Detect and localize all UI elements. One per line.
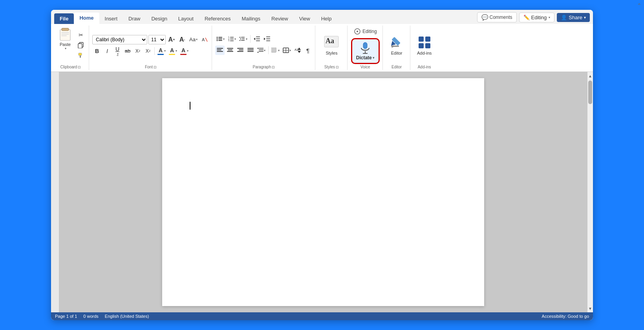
align-right-button[interactable] <box>236 46 245 55</box>
content-area: ▲ ▼ <box>51 72 593 312</box>
tab-file[interactable]: File <box>54 13 74 24</box>
numbering-button[interactable]: 1. 2. 3. ▾ <box>227 34 237 44</box>
paragraph-expand-icon[interactable]: ⊡ <box>272 65 275 69</box>
tab-view[interactable]: View <box>294 13 316 24</box>
svg-rect-43 <box>227 51 233 52</box>
tab-design[interactable]: Design <box>146 13 172 24</box>
addins-group: Add-ins Add-ins <box>411 26 438 70</box>
svg-marker-54 <box>257 52 259 53</box>
svg-rect-44 <box>237 48 243 49</box>
paste-dropdown-icon: ▾ <box>65 47 66 50</box>
tab-layout[interactable]: Layout <box>173 13 199 24</box>
svg-text:A: A <box>202 37 205 42</box>
justify-button[interactable] <box>246 46 255 55</box>
tab-review[interactable]: Review <box>266 13 294 24</box>
svg-rect-75 <box>419 43 424 48</box>
sort-button[interactable]: AZ <box>293 46 302 55</box>
styles-expand-icon[interactable]: ⊡ <box>336 65 339 69</box>
format-painter-button[interactable] <box>76 51 86 60</box>
decrease-indent-button[interactable] <box>252 34 262 44</box>
highlight-color-button[interactable]: A ▾ <box>168 46 178 56</box>
svg-rect-45 <box>239 50 243 50</box>
clipboard-expand-icon[interactable]: ⊡ <box>78 65 81 69</box>
editor-group-label: Editor <box>386 65 408 69</box>
addins-button[interactable]: Add-ins <box>414 31 435 59</box>
svg-rect-74 <box>425 37 430 42</box>
tab-mailings[interactable]: Mailings <box>236 13 266 24</box>
increase-font-button[interactable]: A+ <box>167 35 176 44</box>
comments-button[interactable]: 💬 Comments <box>477 12 517 22</box>
svg-point-24 <box>240 37 240 38</box>
font-name-select[interactable]: Calibri (Body) <box>92 35 147 44</box>
share-label: Share <box>569 15 582 20</box>
clipboard-sub-buttons: ✂ <box>76 26 86 64</box>
superscript-button[interactable]: X2 <box>143 46 153 56</box>
svg-rect-19 <box>230 37 234 38</box>
multilevel-list-button[interactable]: ▾ <box>238 34 249 44</box>
svg-rect-34 <box>266 37 270 37</box>
scroll-down-button[interactable]: ▼ <box>588 305 592 312</box>
ribbon-right: 💬 Comments ✏️ Editing ▾ 👤 Share ▾ <box>477 12 590 24</box>
paragraph-label: Paragraph ⊡ <box>215 65 313 69</box>
scrollbar-thumb[interactable] <box>588 81 592 104</box>
font-color-button[interactable]: A ▾ <box>156 46 167 56</box>
change-case-button[interactable]: Aa▾ <box>188 35 199 44</box>
document-page[interactable] <box>162 78 484 306</box>
svg-rect-36 <box>266 40 270 41</box>
paste-button[interactable]: Paste ▾ <box>56 26 75 64</box>
align-center-button[interactable] <box>225 46 235 55</box>
svg-rect-15 <box>218 38 222 39</box>
font-expand-icon[interactable]: ⊡ <box>154 65 157 69</box>
clipboard-label: Clipboard ⊡ <box>56 65 86 69</box>
svg-marker-62 <box>298 51 301 53</box>
svg-rect-29 <box>241 40 245 41</box>
svg-point-28 <box>240 40 240 41</box>
tab-help[interactable]: Help <box>316 13 337 24</box>
underline-button[interactable]: U ▾ <box>113 46 122 56</box>
svg-rect-7 <box>78 44 82 48</box>
paste-icon <box>58 28 72 42</box>
tab-insert[interactable]: Insert <box>99 13 123 24</box>
line-spacing-button[interactable]: ▾ <box>256 46 267 55</box>
document-scroll[interactable] <box>59 72 587 312</box>
svg-rect-4 <box>61 34 69 35</box>
borders-button[interactable]: ▾ <box>282 46 292 55</box>
subscript-button[interactable]: X2 <box>133 46 143 56</box>
svg-rect-27 <box>242 38 245 39</box>
shading-button[interactable]: ▾ <box>270 46 281 55</box>
svg-point-14 <box>216 38 218 40</box>
dictate-dropdown-icon: ▾ <box>373 56 375 60</box>
scroll-up-button[interactable]: ▲ <box>588 73 592 79</box>
tab-home[interactable]: Home <box>74 13 99 24</box>
strikethrough-button[interactable]: ab <box>123 46 132 56</box>
styles-label: Styles <box>326 51 337 55</box>
editor-button[interactable]: Editor <box>386 31 407 59</box>
clipboard-group-content: Paste ▾ ✂ <box>56 26 86 64</box>
text-color-button[interactable]: A ▾ <box>179 46 190 56</box>
tab-draw[interactable]: Draw <box>123 13 146 24</box>
dictate-button[interactable]: Dictate ▾ <box>351 38 380 64</box>
decrease-font-button[interactable]: A- <box>177 35 187 44</box>
svg-rect-32 <box>256 40 260 41</box>
paragraph-group: ▾ 1. 2. 3. ▾ <box>213 26 315 70</box>
italic-button[interactable]: I <box>102 46 112 56</box>
share-button[interactable]: 👤 Share ▾ <box>557 13 590 22</box>
bold-button[interactable]: B <box>92 46 102 56</box>
font-name-row: Calibri (Body) 11 A+ A- Aa▾ A <box>92 35 209 44</box>
show-formatting-button[interactable]: ¶ <box>303 46 313 55</box>
cut-button[interactable]: ✂ <box>76 31 86 39</box>
increase-indent-button[interactable] <box>262 34 272 44</box>
tab-references[interactable]: References <box>199 13 236 24</box>
font-size-select[interactable]: 11 <box>148 35 166 44</box>
svg-rect-76 <box>425 43 430 48</box>
clear-format-button[interactable]: A <box>200 35 209 44</box>
bullets-button[interactable]: ▾ <box>215 34 226 44</box>
align-left-button[interactable] <box>215 46 225 55</box>
voice-editing-button[interactable]: Editing <box>351 26 380 37</box>
styles-group-content: Aa Styles <box>320 26 342 64</box>
styles-button[interactable]: Aa Styles <box>320 31 342 59</box>
copy-button[interactable] <box>76 41 86 50</box>
svg-point-66 <box>357 31 358 32</box>
svg-point-12 <box>216 37 218 38</box>
editing-button[interactable]: ✏️ Editing ▾ <box>519 13 555 22</box>
